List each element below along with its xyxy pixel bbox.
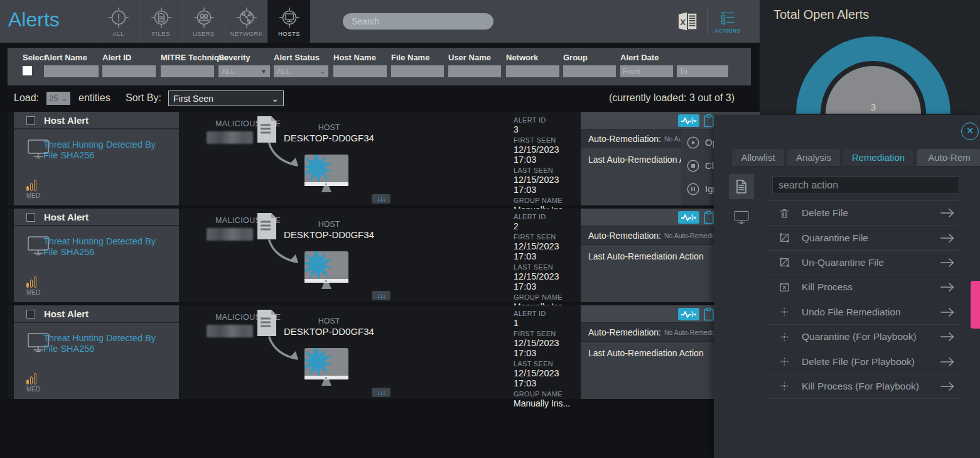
last-auto-remediation-label: Last Auto-Remediation Action — [588, 251, 704, 261]
gauge-value: 3 — [796, 102, 950, 112]
last-seen-value: 12/15/2023 17:03 — [514, 368, 581, 388]
alert-card-header: Host Alert — [14, 112, 179, 129]
alert-name-filter-input[interactable] — [44, 65, 99, 77]
nav-tab-label: HOSTS — [278, 30, 300, 37]
last-seen-label: LAST SEEN — [514, 166, 581, 174]
panel-entity-rail — [729, 174, 754, 230]
nav-target-icon — [150, 6, 173, 29]
arrow-right-icon — [939, 378, 956, 395]
nav-tab[interactable]: HOSTS — [267, 0, 310, 43]
chevron-down-icon: ⌄ — [61, 94, 68, 103]
action-label: Quarantine File — [802, 232, 868, 244]
export-excel-button[interactable]: X — [676, 9, 702, 34]
group-filter-input[interactable] — [563, 65, 616, 77]
host-name-filter-input[interactable] — [333, 65, 387, 77]
remediation-action-item[interactable]: Delete File — [767, 201, 959, 226]
arrow-right-icon — [939, 230, 956, 246]
nav-tab[interactable]: USERS — [182, 0, 225, 43]
alert-checkbox[interactable] — [26, 213, 35, 222]
severity-filter-select[interactable]: ALL ▼ — [218, 65, 270, 77]
chevron-down-icon: ⌄ — [271, 94, 279, 104]
last-seen-value: 12/15/2023 17:03 — [514, 271, 581, 292]
filter-file-name-label: File Name — [391, 53, 444, 62]
alert-card[interactable]: Host Alert Threat Hunting Detected By Fi… — [14, 305, 179, 399]
file-name-filter-input[interactable] — [391, 65, 444, 77]
rail-entity-icon — [733, 209, 750, 226]
filter-alert-id-label: Alert ID — [102, 53, 156, 62]
remediation-action-item[interactable]: Kill Process (For Playbook) — [767, 374, 959, 399]
alert-id-value: 2 — [514, 221, 581, 231]
infection-burst-icon — [304, 251, 333, 279]
load-label: Load: — [14, 92, 39, 104]
panel-tab[interactable]: Remediation — [843, 149, 913, 166]
clipboard-icon[interactable] — [703, 210, 714, 224]
activity-monitor-button[interactable] — [678, 114, 699, 127]
remediation-action-item[interactable]: Undo File Remediation — [767, 300, 959, 325]
arrow-right-icon — [939, 354, 956, 370]
alert-status-filter-select[interactable]: ALL ⌄ — [274, 65, 328, 77]
activity-monitor-button[interactable] — [678, 211, 699, 224]
feedback-tab[interactable] — [971, 281, 980, 329]
user-name-filter-input[interactable] — [448, 65, 501, 77]
close-panel-button[interactable]: ✕ — [961, 123, 979, 140]
nav-tab[interactable]: NETWORK — [225, 0, 267, 43]
redacted-file-name — [207, 325, 253, 337]
chevron-down-icon: ⌄ — [320, 68, 325, 75]
alert-card[interactable]: Host Alert Threat Hunting Detected By Fi… — [14, 209, 179, 302]
rail-entity-button[interactable] — [729, 205, 754, 230]
remediation-action-item[interactable]: Delete File (For Playbook) — [767, 349, 959, 374]
filter-severity-label: Severity — [218, 53, 270, 62]
activity-monitor-button[interactable] — [678, 308, 699, 320]
alert-name-link[interactable]: Threat Hunting Detected By File SHA256 — [43, 236, 172, 258]
panel-tab[interactable]: Allowlist — [732, 149, 784, 166]
action-search-input[interactable] — [772, 177, 959, 194]
nav-tab[interactable]: FILES — [139, 0, 182, 43]
expand-row-button[interactable]: ↓↓↓ — [372, 291, 390, 300]
auto-remediation-value: No Auto-Remedi... — [664, 232, 718, 239]
infection-burst-icon — [304, 155, 333, 182]
alert-card[interactable]: Host Alert Threat Hunting Detected By Fi… — [14, 112, 179, 205]
infected-host-graphic — [304, 155, 348, 192]
clipboard-icon[interactable] — [703, 114, 714, 128]
pause-circle-icon — [686, 182, 700, 196]
rail-entity-button[interactable] — [729, 174, 754, 199]
remediation-action-item[interactable]: Un-Quarantine File — [767, 251, 959, 275]
filter-select-label: Select — [23, 53, 46, 62]
remediation-action-item[interactable]: Quarantine (For Playbook) — [767, 325, 959, 349]
network-filter-input[interactable] — [506, 65, 559, 77]
search-input[interactable] — [343, 13, 493, 30]
alert-checkbox[interactable] — [26, 116, 35, 125]
alert-id-filter-input[interactable] — [102, 65, 156, 77]
remediation-action-item[interactable]: Kill Process — [767, 275, 959, 300]
filter-group-label: Group — [563, 53, 616, 62]
action-label: Delete File (For Playbook) — [802, 356, 915, 368]
group-name-label: GROUP NAME — [514, 390, 581, 398]
filter-bar: Select Alert Name Alert ID MITRE Techniq… — [8, 48, 751, 85]
clipboard-icon[interactable] — [703, 307, 714, 321]
loaded-status: (currently loaded: 3 out of 3) — [609, 92, 735, 104]
sort-by-select[interactable]: First Seen ⌄ — [168, 90, 284, 106]
mitre-filter-input[interactable] — [161, 65, 214, 77]
actions-button[interactable]: ACTIONS — [711, 5, 745, 38]
infected-host-graphic — [304, 251, 348, 289]
panel-tab[interactable]: Auto-Rem — [917, 149, 980, 166]
nav-tab[interactable]: ALL — [97, 0, 139, 43]
select-all-checkbox[interactable] — [23, 66, 32, 75]
arrow-right-icon — [939, 304, 956, 320]
top-bar: Alerts ALL FILES USERS NETWORK — [0, 0, 760, 43]
alert-name-link[interactable]: Threat Hunting Detected By File SHA256 — [43, 139, 172, 161]
panel-tab[interactable]: Analysis — [787, 149, 840, 166]
load-count-select[interactable]: 25 ⌄ — [46, 92, 70, 105]
date-to-input[interactable] — [677, 65, 728, 77]
list-toolbar: Load: 25 ⌄ entities Sort By: First Seen … — [0, 90, 760, 108]
date-from-input[interactable] — [620, 65, 673, 77]
expand-row-button[interactable]: ↓↓↓ — [372, 194, 390, 204]
alert-checkbox[interactable] — [26, 310, 35, 319]
svg-text:X: X — [680, 18, 686, 27]
group-name-label: GROUP NAME — [514, 293, 581, 301]
expand-row-button[interactable]: ↓↓↓ — [372, 388, 390, 397]
alert-name-link[interactable]: Threat Hunting Detected By File SHA256 — [43, 333, 172, 354]
remediation-panel: ✕ Allowlist Analysis Remediation Auto-Re… — [714, 115, 980, 458]
remediation-action-item[interactable]: Quarantine File — [767, 226, 959, 250]
alert-type: Host Alert — [44, 212, 89, 222]
